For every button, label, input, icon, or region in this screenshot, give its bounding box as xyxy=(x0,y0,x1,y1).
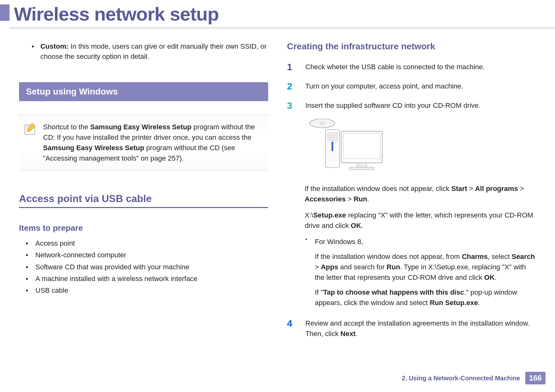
svg-rect-9 xyxy=(349,167,374,170)
svg-rect-5 xyxy=(328,137,337,140)
step-3: 3 Insert the supplied software CD into y… xyxy=(287,100,536,111)
t: Review and accept the installation agree… xyxy=(305,319,530,338)
items-heading: Items to prepare xyxy=(19,223,268,233)
bullet-icon: • xyxy=(305,236,308,308)
bullet-icon: • xyxy=(32,41,34,62)
page-title: Wireless network setup xyxy=(9,3,555,25)
step-4: 4 Review and accept the installation agr… xyxy=(287,318,536,339)
item-text: Network-connected computer xyxy=(35,249,126,261)
svg-rect-4 xyxy=(328,133,337,136)
t: . xyxy=(495,273,496,281)
infra-heading: Creating the infrastructure network xyxy=(287,41,536,52)
header-rule xyxy=(9,28,555,29)
t: > xyxy=(467,185,475,193)
t: If the installation window does not appe… xyxy=(315,253,462,260)
t: , select xyxy=(488,253,512,260)
win8-bullet: • For Windows 8, If the installation win… xyxy=(287,236,536,308)
step-number-4: 4 xyxy=(287,318,297,339)
b: OK xyxy=(351,222,361,230)
bullet-icon: • xyxy=(25,273,28,285)
b: Tap to choose what happens with this dis… xyxy=(323,288,464,296)
bullet-icon: • xyxy=(25,285,28,296)
item-text: A machine installed with a wireless netw… xyxy=(35,273,197,285)
list-item: •A machine installed with a wireless net… xyxy=(25,273,268,285)
t: and search for xyxy=(338,263,386,271)
left-column: • Custom: In this mode, users can give o… xyxy=(19,41,268,348)
b: Charms xyxy=(462,253,488,260)
win8-label: For Windows 8, xyxy=(315,236,536,247)
b: Search xyxy=(512,253,535,260)
win8-p1: If the installation window does not appe… xyxy=(315,251,536,283)
b: Run xyxy=(386,263,400,271)
b: Setup.exe xyxy=(313,211,346,219)
svg-rect-8 xyxy=(357,163,367,167)
step-number-2: 2 xyxy=(287,81,297,91)
right-column: Creating the infrastructure network 1 Ch… xyxy=(287,41,536,348)
t: . xyxy=(478,299,480,307)
footer: 2. Using a Network-Connected Machine 166 xyxy=(402,372,546,384)
b: Run xyxy=(354,195,367,203)
t: If the installation window does not appe… xyxy=(305,185,452,193)
t: If " xyxy=(315,288,323,296)
step-1: 1 Check wheter the USB cable is connecte… xyxy=(287,62,536,72)
item-text: Access point xyxy=(35,237,75,249)
note-b1: Samsung Easy Wireless Setup xyxy=(90,123,191,131)
t: . xyxy=(361,222,363,230)
note-b2: Samsung Easy Wireless Setup xyxy=(43,144,144,152)
cd-computer-illustration xyxy=(305,114,387,177)
t: > xyxy=(315,263,321,271)
t: . xyxy=(367,195,369,203)
bullet-icon: • xyxy=(25,237,28,249)
list-item: •Software CD that was provided with your… xyxy=(25,261,268,273)
step-3-text: Insert the supplied software CD into you… xyxy=(305,100,536,111)
step-1-text: Check wheter the USB cable is connected … xyxy=(305,62,536,72)
custom-rest: In this mode, users can give or edit man… xyxy=(40,42,267,60)
b: Accessories xyxy=(305,195,346,203)
b: Start xyxy=(451,185,467,193)
t: X:\ xyxy=(305,211,313,219)
b: OK xyxy=(484,273,495,281)
win8-body: For Windows 8, If the installation windo… xyxy=(315,236,536,308)
step-2-text: Turn on your computer, access point, and… xyxy=(305,81,536,91)
t: > xyxy=(518,185,524,193)
item-text: Software CD that was provided with your … xyxy=(35,261,189,273)
list-item: •Network-connected computer xyxy=(25,249,268,261)
svg-rect-7 xyxy=(343,133,380,159)
step-3-followup-1: If the installation window does not appe… xyxy=(287,183,536,204)
bullet-icon: • xyxy=(25,249,28,261)
header-accent xyxy=(0,4,9,21)
step-number-3: 3 xyxy=(287,100,297,111)
b: Run Setup.exe xyxy=(430,299,478,307)
page-number: 166 xyxy=(525,372,546,384)
section-setup-windows: Setup using Windows xyxy=(19,82,268,101)
custom-mode-bullet: • Custom: In this mode, users can give o… xyxy=(19,41,268,62)
usb-heading: Access point via USB cable xyxy=(19,193,268,208)
items-list: •Access point •Network-connected compute… xyxy=(19,237,268,297)
note-pre: Shortcut to the xyxy=(43,123,90,131)
item-text: USB cable xyxy=(35,285,68,296)
footer-chapter: 2. Using a Network-Connected Machine xyxy=(402,375,520,382)
list-item: •Access point xyxy=(25,237,268,249)
content-area: • Custom: In this mode, users can give o… xyxy=(0,29,555,348)
note-icon xyxy=(23,122,37,136)
note-text: Shortcut to the Samsung Easy Wireless Se… xyxy=(43,122,262,163)
b: Next xyxy=(341,330,356,338)
step-number-1: 1 xyxy=(287,62,297,72)
list-item: •USB cable xyxy=(25,285,268,296)
step-4-text: Review and accept the installation agree… xyxy=(305,318,536,339)
step-2: 2 Turn on your computer, access point, a… xyxy=(287,81,536,91)
svg-point-2 xyxy=(320,122,325,124)
step-3-followup-2: X:\Setup.exe replacing "X" with the lett… xyxy=(287,210,536,231)
t: . xyxy=(355,330,357,338)
b: All programs xyxy=(475,185,518,193)
note-box: Shortcut to the Samsung Easy Wireless Se… xyxy=(19,114,268,171)
bullet-icon: • xyxy=(25,261,28,273)
b: Apps xyxy=(321,263,338,271)
custom-mode-text: Custom: In this mode, users can give or … xyxy=(40,41,268,62)
custom-label: Custom: xyxy=(40,42,69,50)
win8-p2: If "Tap to choose what happens with this… xyxy=(315,287,536,308)
t: > xyxy=(346,195,354,203)
header: Wireless network setup xyxy=(0,0,555,29)
